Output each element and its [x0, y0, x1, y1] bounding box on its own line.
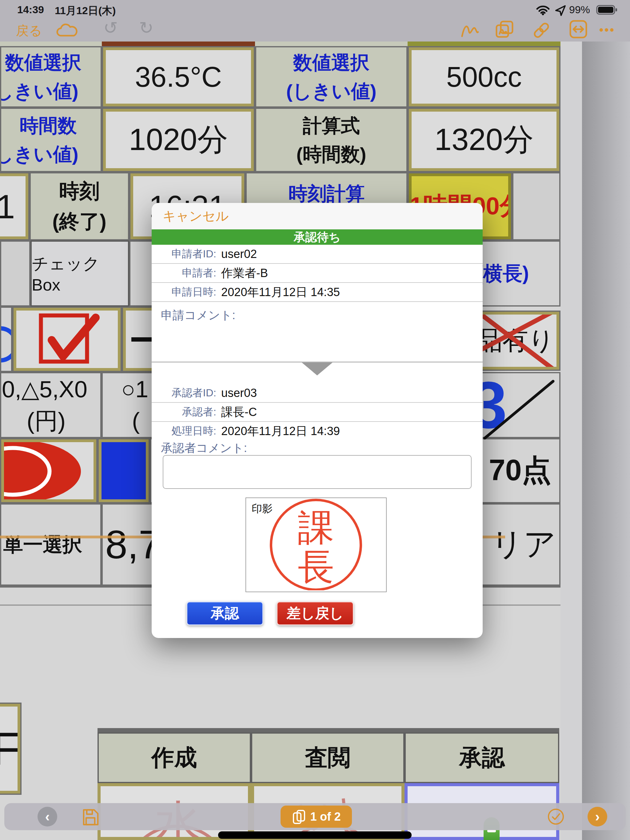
- applicant-comment-label: 申請コメント:: [161, 308, 235, 323]
- battery-icon: [596, 4, 619, 15]
- location-arrow-icon: [555, 5, 567, 16]
- field-label: 処理日時:: [152, 424, 216, 438]
- label-numeric-select-left: 数値選択 (しきい値): [0, 46, 102, 107]
- field-row-approver-id: 承認者ID: user03: [152, 384, 483, 403]
- header-review: 査閲: [251, 733, 405, 783]
- app-screen: 14:39 11月12日(木) 99% 戻る ↺ ↻: [0, 0, 630, 840]
- copy-pages-icon[interactable]: [494, 19, 516, 41]
- status-date: 11月12日(木): [55, 4, 116, 18]
- cloud-icon[interactable]: [55, 21, 81, 39]
- label-numeric-select-right: 数値選択 (しきい値): [255, 46, 408, 107]
- field-value: user02: [221, 248, 257, 261]
- field-blue-fill[interactable]: [98, 438, 150, 503]
- table-top-bar: [98, 728, 559, 733]
- home-indicator[interactable]: [218, 831, 412, 839]
- field-label: 承認者:: [152, 405, 216, 419]
- status-time: 14:39: [17, 4, 44, 16]
- chevron-left-icon: ‹: [45, 809, 50, 824]
- svg-text:課: 課: [298, 508, 334, 548]
- field-row-applicant: 申請者: 作業者-B: [152, 264, 483, 283]
- label-formula: 計算式 (時間数): [255, 107, 408, 172]
- field-value: 作業者-B: [221, 265, 268, 281]
- grid-cell: [512, 172, 560, 240]
- label-time-end: 時刻 (終了): [30, 172, 129, 240]
- svg-text:長: 長: [298, 547, 334, 587]
- redo-icon[interactable]: ↻: [139, 18, 154, 38]
- pages-icon: [291, 809, 306, 824]
- header-create: 作成: [98, 733, 251, 783]
- dialog-header: キャンセル: [152, 203, 483, 229]
- wifi-icon: [536, 4, 550, 15]
- next-page-button[interactable]: ›: [587, 807, 607, 826]
- battery-percent: 99%: [569, 4, 590, 16]
- strip-brown: [102, 41, 255, 46]
- field-edge-number[interactable]: 1: [0, 172, 30, 240]
- chevron-right-icon: ›: [595, 809, 600, 824]
- blue-circle-partial: [0, 326, 12, 363]
- markup-pen-icon[interactable]: [459, 20, 481, 40]
- reject-button[interactable]: 差し戻し: [277, 602, 354, 625]
- status-banner-text: 承認待ち: [294, 229, 341, 245]
- approver-comment-label: 承認者コメント:: [161, 440, 247, 456]
- grid-cell: [0, 306, 12, 372]
- approve-button[interactable]: 承認: [187, 602, 263, 625]
- label-checkbox: チェックBox: [30, 240, 129, 306]
- field-row-approver: 承認者: 課長-C: [152, 403, 483, 422]
- resize-width-icon[interactable]: [568, 19, 589, 41]
- disclosure-triangle: [302, 363, 332, 376]
- save-icon[interactable]: [81, 808, 100, 826]
- field-minutes-2[interactable]: 1320分: [408, 107, 560, 172]
- approver-comment-input[interactable]: [163, 455, 472, 489]
- prev-page-button[interactable]: ‹: [38, 807, 57, 826]
- more-icon[interactable]: •••: [599, 24, 615, 36]
- page-indicator-text: 1 of 2: [310, 810, 340, 823]
- label-single-select: 単一選択: [0, 503, 101, 586]
- label-price-options: 0,△5,X0 (円): [0, 372, 101, 438]
- app-background: [582, 41, 630, 840]
- black-slash-mark: [483, 378, 557, 443]
- field-minutes-1[interactable]: 1020分: [102, 107, 255, 172]
- field-checkbox-checked[interactable]: [12, 306, 122, 372]
- field-letter-f[interactable]: F: [0, 703, 22, 795]
- field-value: user03: [221, 387, 257, 400]
- red-check-icon: [28, 311, 106, 368]
- approval-dialog: キャンセル 承認待ち 申請者ID: user02 申請者: 作業者-B 申請日時…: [152, 203, 483, 638]
- field-label: 申請日時:: [152, 285, 216, 299]
- field-value: 課長-C: [221, 404, 257, 420]
- link-icon[interactable]: [530, 19, 552, 41]
- manager-seal-stamp: 課 長: [248, 499, 385, 591]
- field-value: 2020年11月12日 14:35: [221, 284, 340, 300]
- field-row-apply-date: 申請日時: 2020年11月12日 14:35: [152, 283, 483, 302]
- field-row-applicant-id: 申請者ID: user02: [152, 245, 483, 264]
- page-margin: [560, 41, 582, 840]
- top-chrome: 14:39 11月12日(木) 99% 戻る ↺ ↻: [0, 0, 630, 41]
- page-indicator-button[interactable]: 1 of 2: [280, 805, 352, 828]
- field-red-ellipse[interactable]: [0, 438, 98, 503]
- header-approve: 承認: [405, 733, 559, 783]
- field-value: 2020年11月12日 14:39: [221, 423, 340, 439]
- strip-olive: [408, 41, 560, 46]
- red-ellipse-mark: [4, 442, 93, 499]
- undo-icon[interactable]: ↺: [103, 18, 118, 38]
- field-volume[interactable]: 500cc: [408, 46, 560, 107]
- bottom-toolbar: ‹ 1 of 2 ›: [4, 803, 626, 830]
- label-hours-left: 時間数 (しきい値): [0, 107, 102, 172]
- back-button[interactable]: 戻る: [16, 22, 42, 39]
- field-label: 申請者:: [152, 266, 216, 280]
- check-circle-icon[interactable]: [547, 808, 565, 826]
- field-label: 承認者ID:: [152, 386, 216, 400]
- field-row-process-date: 処理日時: 2020年11月12日 14:39: [152, 422, 483, 440]
- grid-cell: [0, 240, 30, 306]
- field-label: 申請者ID:: [152, 247, 216, 261]
- seal-box: 印影 課 長: [245, 497, 387, 592]
- cancel-button[interactable]: キャンセル: [163, 208, 229, 225]
- status-banner: 承認待ち: [152, 229, 483, 245]
- field-temperature[interactable]: 36.5°C: [102, 46, 255, 107]
